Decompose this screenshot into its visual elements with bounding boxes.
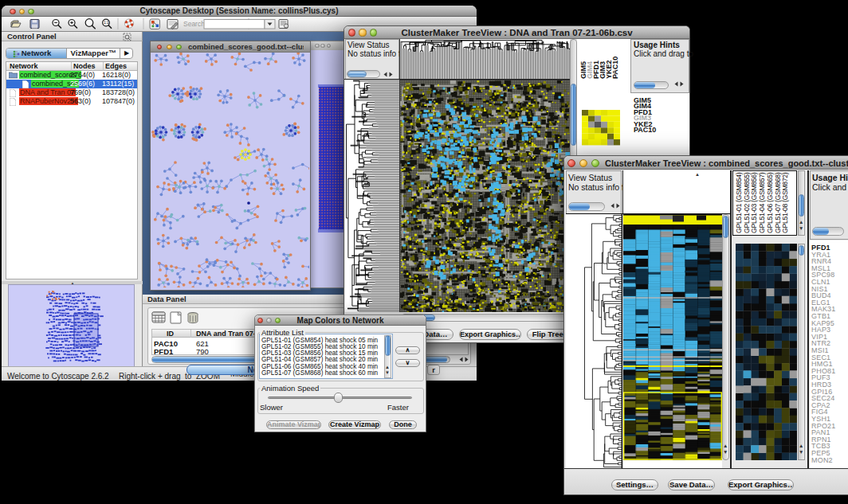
svg-text:1:1: 1:1 [104, 21, 109, 25]
svg-text:Search:: Search: [183, 20, 206, 28]
